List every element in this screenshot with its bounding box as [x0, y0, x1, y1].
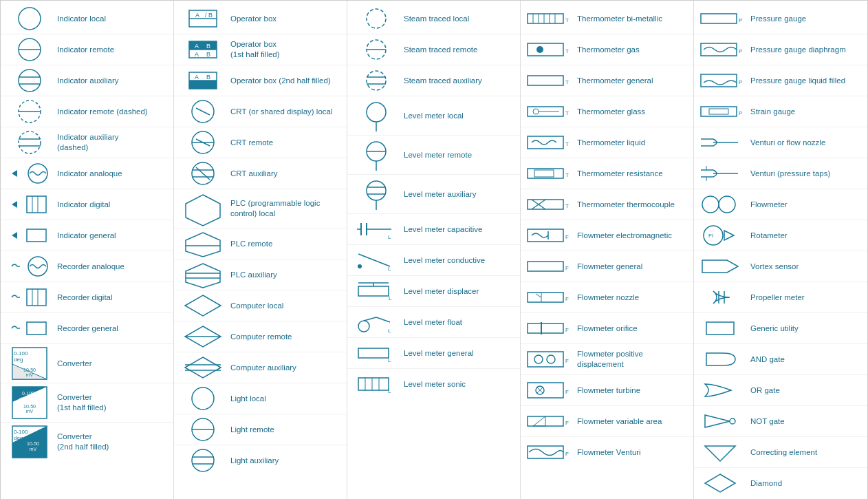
svg-rect-26 — [27, 322, 46, 335]
list-item: A B Operator box (2nd half filled) — [174, 65, 347, 96]
svg-line-63 — [196, 108, 210, 115]
svg-text:F: F — [565, 234, 569, 240]
list-item: FI Rotameter — [694, 220, 867, 251]
item-label: Recorder analoque — [54, 262, 169, 272]
list-item: F Flowmeter general — [521, 251, 693, 282]
item-label: Flowmeter general — [574, 262, 689, 272]
svg-rect-14 — [27, 196, 46, 213]
item-label: Level meter conductive — [401, 255, 516, 266]
symbol-flowmeter-general: F — [525, 253, 574, 279]
item-label: Flowmeter turbine — [574, 385, 689, 396]
list-item: Venturi or flow nozzle — [694, 127, 867, 158]
svg-text:T: T — [565, 17, 569, 23]
svg-text:L: L — [388, 388, 391, 394]
svg-marker-80 — [185, 357, 221, 378]
list-item: Generic utility — [694, 313, 867, 344]
symbol-operator-box: A / B — [178, 6, 228, 32]
item-label: Thermometer liquid — [574, 138, 689, 148]
item-label: Level meter remote — [401, 150, 516, 160]
list-item: Level meter remote — [347, 136, 520, 175]
svg-rect-148 — [534, 170, 554, 177]
symbol-pressure-gauge-diaphragm: P — [698, 36, 748, 63]
svg-text:B: B — [206, 74, 210, 81]
svg-marker-74 — [186, 264, 220, 288]
symbol-plc-auxiliary — [178, 262, 228, 288]
symbol-propeller-meter — [698, 284, 748, 310]
list-item: A B A B Operator box (1st half filled) — [174, 34, 347, 65]
symbol-pressure-gauge-liquid-filled: P — [698, 67, 748, 94]
item-label: CRT auxiliary — [228, 169, 343, 179]
symbol-indicator-analogue — [5, 160, 54, 187]
svg-rect-136 — [528, 43, 563, 56]
list-item: AND gate — [694, 344, 867, 375]
svg-text:F: F — [565, 389, 569, 395]
svg-text:A: A — [195, 12, 199, 19]
svg-text:A: A — [195, 43, 199, 50]
list-item: CRT auxiliary — [174, 158, 347, 189]
item-label: Operator box (1st half filled) — [228, 39, 343, 60]
item-label: Flowmeter variable area — [574, 416, 689, 427]
svg-point-8 — [19, 131, 41, 153]
symbol-converter-1st-half: 0-100 deg mV 10-50 — [5, 385, 54, 420]
symbol-computer-remote — [178, 323, 228, 350]
item-label: Recorder digital — [54, 293, 169, 303]
svg-marker-208 — [705, 446, 735, 461]
symbol-or-gate — [698, 377, 748, 403]
symbol-thermometer-general: T — [525, 67, 574, 94]
list-item: PLC remote — [174, 229, 347, 259]
symbol-flowmeter-orifice: F — [525, 315, 574, 341]
list-item: Indicator general — [1, 220, 173, 251]
column-5: P Pressure gauge P Pressure gauge diaphr… — [694, 1, 867, 499]
svg-line-70 — [196, 167, 210, 180]
svg-text:mV: mV — [26, 372, 34, 377]
list-item: Correcting element — [694, 437, 867, 468]
svg-text:/: / — [205, 12, 207, 19]
item-label: Indicator remote (dashed) — [54, 107, 169, 117]
svg-text:F: F — [565, 265, 569, 271]
svg-point-95 — [367, 103, 386, 122]
item-label: Flowmeter orifice — [574, 323, 689, 334]
symbol-level-meter-local — [351, 98, 401, 133]
svg-line-119 — [364, 317, 376, 321]
list-item: L Level meter displacer — [347, 276, 520, 307]
list-item: Indicator remote (dashed) — [1, 96, 173, 127]
symbol-crt-auxiliary — [178, 160, 228, 187]
list-item: Indicator remote — [1, 34, 173, 65]
item-label: Indicator digital — [54, 200, 169, 210]
list-item: Indicator auxiliary — [1, 65, 173, 96]
list-item: Recorder digital — [1, 282, 173, 313]
svg-text:0-100: 0-100 — [14, 429, 28, 435]
symbol-level-meter-displacer: L — [351, 278, 401, 304]
svg-rect-180 — [701, 14, 737, 23]
symbol-steam-traced-remote — [351, 36, 401, 63]
symbol-thermometer-thermocouple: T — [525, 191, 574, 217]
symbol-flowmeter — [698, 191, 748, 217]
svg-marker-72 — [186, 233, 220, 257]
svg-text:FI: FI — [708, 233, 713, 239]
svg-text:F: F — [565, 451, 569, 457]
svg-point-112 — [358, 264, 362, 268]
list-item: L Level meter general — [347, 338, 520, 369]
list-item: Propeller meter — [694, 282, 867, 313]
list-item: OR gate — [694, 375, 867, 406]
item-label: Light remote — [228, 425, 343, 435]
item-label: Operator box — [228, 14, 343, 24]
list-item: T Thermometer bi-metallic — [521, 3, 693, 34]
svg-point-168 — [547, 355, 555, 363]
list-item: Diamond — [694, 468, 867, 498]
item-label: Converter (2nd half filled) — [54, 432, 169, 452]
list-item: Recorder analoque — [1, 251, 173, 282]
item-label: Flowmeter — [748, 200, 863, 210]
svg-point-0 — [19, 8, 41, 30]
svg-rect-122 — [358, 348, 389, 358]
item-label: OR gate — [748, 385, 863, 396]
item-label: Venturi (pressure taps) — [748, 169, 863, 179]
item-label: Level meter sonic — [401, 379, 516, 390]
symbol-level-meter-auxiliary — [351, 177, 401, 211]
symbol-pressure-gauge: P — [698, 6, 748, 32]
list-item: Computer local — [174, 290, 347, 321]
symbol-rotameter: FI — [698, 222, 748, 248]
item-label: Indicator general — [54, 231, 169, 241]
list-item: F Flowmeter positive displacement — [521, 344, 693, 375]
svg-text:mV: mV — [26, 409, 34, 414]
